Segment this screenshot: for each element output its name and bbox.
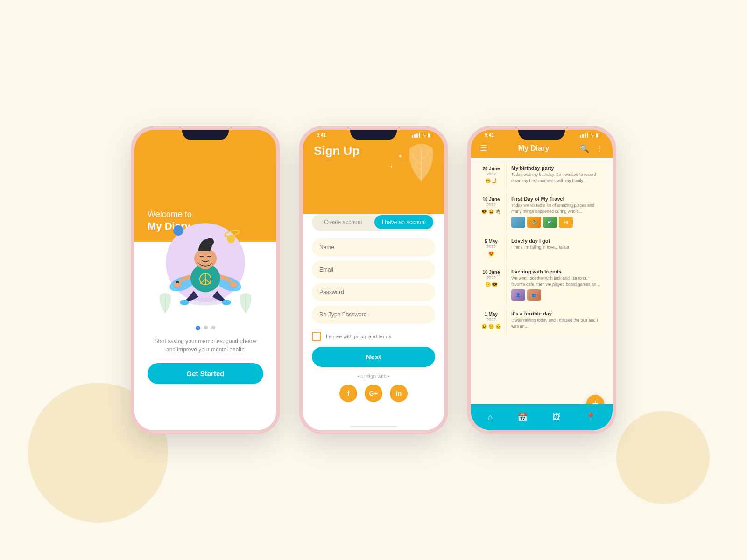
wifi-icon-3: ∿ [590, 133, 594, 138]
entry-content-5: it's a terrible day It was raining today… [507, 307, 607, 335]
signal-icon [412, 133, 420, 138]
entry-date-5: 1 May 2022 😢 😔 😠 [476, 307, 507, 335]
diary-list: 20 June 2022 😊 🤳 My birthday party Today… [471, 158, 613, 404]
leaf-deco-icon [402, 139, 440, 186]
entry-title-1: My birthday party [511, 165, 602, 171]
status-time-3: 9:41 [485, 133, 494, 138]
nav-gallery-icon[interactable]: 🖼 [552, 413, 561, 422]
password-input[interactable] [312, 283, 435, 301]
travel-image-1: 🏖 [511, 217, 525, 228]
search-icon[interactable]: 🔍 [580, 144, 589, 153]
entry-year-1: 2022 [486, 172, 496, 176]
travel-image-3: 🌊 [543, 217, 557, 228]
status-time-2: 9:41 [317, 133, 326, 138]
linkedin-button[interactable]: in [390, 385, 408, 402]
entry-day-month-5: 1 May [485, 312, 498, 317]
friends-image-1: 👤 [511, 289, 525, 301]
status-icons-2: ∿ ▮ [412, 133, 430, 138]
or-sign-text: • or sign with • [312, 373, 435, 379]
dot-1 [196, 326, 200, 330]
entry-content-2: First Day of My Travel Today we visited … [507, 192, 607, 231]
phone-signup: 9:41 ∿ ▮ [299, 126, 448, 434]
entry-emojis-2: 😎 😄 🌴 [481, 209, 501, 214]
svg-point-12 [206, 238, 214, 245]
nav-calendar-icon[interactable]: 📅 [517, 412, 528, 422]
terms-row: I agree with policy and terms [312, 332, 435, 341]
terms-checkbox[interactable] [312, 332, 321, 341]
entry-images-2: 🏖 🏄 🌊 +3 [511, 217, 602, 228]
facebook-button[interactable]: f [339, 385, 357, 402]
signup-title: Sign Up [314, 144, 359, 158]
phone-welcome: Welcome to My Diary [131, 126, 280, 434]
google-button[interactable]: G+ [365, 385, 382, 402]
entry-year-2: 2022 [486, 203, 496, 207]
nav-location-icon[interactable]: 📍 [585, 412, 596, 422]
entry-text-4: We went together with jack and lisa to o… [511, 275, 602, 287]
entry-images-4: 👤 👥 [511, 289, 602, 301]
svg-point-9 [230, 282, 237, 287]
entry-content-1: My birthday party Today was my birthday.… [507, 161, 607, 189]
terms-label: I agree with policy and terms [326, 334, 391, 339]
auth-tabs[interactable]: Create account I have an account [312, 213, 435, 231]
travel-image-2: 🏄 [527, 217, 541, 228]
tagline-text: Start saving your memories, good photos … [150, 337, 261, 354]
status-bar-3: 9:41 ∿ ▮ [485, 133, 599, 138]
entry-emojis-4: 😶 😎 [485, 282, 498, 287]
list-item[interactable]: 20 June 2022 😊 🤳 My birthday party Today… [476, 161, 607, 189]
phones-container: Welcome to My Diary [131, 126, 616, 434]
battery-icon: ▮ [428, 133, 430, 138]
meditation-figure [168, 223, 243, 307]
wifi-icon: ∿ [422, 133, 426, 138]
list-item[interactable]: 10 June 2022 😶 😎 Evening with friends We… [476, 265, 607, 304]
svg-rect-13 [176, 281, 179, 283]
more-icon[interactable]: ⋮ [596, 144, 603, 153]
entry-title-3: Lovely day I got [511, 238, 602, 244]
entry-date-4: 10 June 2022 😶 😎 [476, 265, 507, 304]
list-item[interactable]: 5 May 2022 😍 Lovely day I got I think I'… [476, 234, 607, 262]
retype-password-input[interactable] [312, 306, 435, 323]
battery-icon-3: ▮ [596, 133, 599, 138]
entry-year-4: 2022 [486, 275, 496, 280]
svg-point-15 [222, 300, 231, 305]
entry-content-3: Lovely day I got I think I'm falling in … [507, 234, 607, 262]
nav-home-icon[interactable]: ⌂ [487, 413, 493, 422]
tab-create-account[interactable]: Create account [314, 215, 373, 229]
entry-title-2: First Day of My Travel [511, 196, 602, 202]
entry-text-2: Today we visited a lot of amazing places… [511, 203, 602, 214]
entry-year-3: 2022 [486, 245, 496, 249]
svg-point-14 [180, 300, 189, 305]
status-icons-3: ∿ ▮ [580, 133, 599, 138]
get-started-button[interactable]: Get Started [148, 363, 263, 384]
screen-diary: 9:41 ∿ ▮ ☰ My Diary 🔍 [471, 130, 613, 430]
status-bar-2: 9:41 ∿ ▮ [317, 133, 430, 138]
page-dots [196, 326, 215, 330]
list-item[interactable]: 10 June 2022 😎 😄 🌴 First Day of My Trave… [476, 192, 607, 231]
email-input[interactable] [312, 261, 435, 279]
phone-diary: 9:41 ∿ ▮ ☰ My Diary 🔍 [467, 126, 616, 434]
name-input[interactable] [312, 238, 435, 256]
entry-text-3: I think I'm falling in love... lalaia [511, 245, 602, 251]
dot-2 [204, 326, 208, 329]
bottom-nav: ⌂ 📅 🖼 📍 [471, 404, 613, 430]
screen-welcome: Welcome to My Diary [134, 130, 276, 430]
dot-3 [211, 326, 215, 329]
list-item[interactable]: 1 May 2022 😢 😔 😠 it's a terrible day It … [476, 307, 607, 335]
entry-day-month-1: 20 June [482, 166, 500, 172]
signup-header: ✦ ✦ Sign Up [303, 130, 444, 214]
entry-day-month-4: 10 June [482, 270, 500, 275]
entry-date-3: 5 May 2022 😍 [476, 234, 507, 262]
entry-day-month-2: 10 June [482, 197, 500, 203]
travel-image-more: +3 [559, 217, 573, 228]
tab-have-account[interactable]: I have an account [374, 215, 433, 229]
app-title: My Diary [518, 144, 550, 153]
entry-emojis-3: 😍 [488, 251, 494, 256]
signup-form: I agree with policy and terms Next • or … [303, 231, 444, 426]
social-buttons: f G+ in [312, 385, 435, 402]
entry-emojis-5: 😢 😔 😠 [481, 324, 501, 329]
friends-image-2: 👥 [527, 289, 541, 301]
entry-date-1: 20 June 2022 😊 🤳 [476, 161, 507, 189]
next-button[interactable]: Next [312, 347, 435, 367]
hamburger-icon[interactable]: ☰ [480, 143, 487, 154]
signal-icon-3 [580, 133, 588, 138]
header-icons: 🔍 ⋮ [580, 144, 603, 153]
